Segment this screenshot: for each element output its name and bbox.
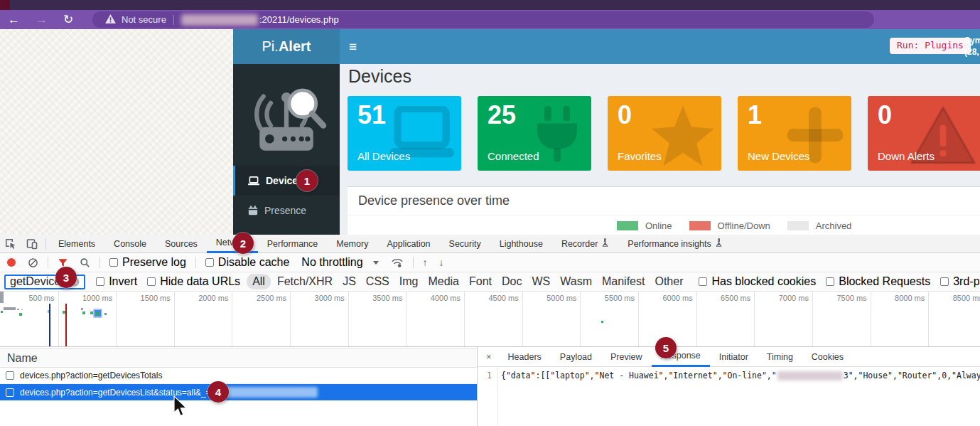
timeline-tick-label: 2500 ms	[257, 294, 290, 302]
hide-data-urls-checkbox[interactable]: Hide data URLs	[142, 275, 245, 288]
close-icon[interactable]: ×	[478, 351, 499, 362]
stat-card-connected[interactable]: 25Connected	[478, 96, 591, 171]
stat-value: 1	[748, 100, 762, 130]
filter-type-doc[interactable]: Doc	[497, 275, 527, 288]
checkbox[interactable]	[940, 277, 949, 286]
filter-type-js[interactable]: JS	[338, 275, 361, 288]
checkbox[interactable]	[147, 277, 156, 286]
stat-card-down-alerts[interactable]: 0Down Alerts	[868, 96, 980, 171]
checkbox[interactable]	[96, 277, 104, 286]
device-toolbar-icon[interactable]	[21, 238, 43, 250]
network-conditions-icon[interactable]	[386, 257, 409, 268]
back-icon[interactable]: ←	[0, 14, 28, 26]
app-brand[interactable]: Pi.Alert	[233, 29, 340, 64]
disable-cache-checkbox[interactable]: Disable cache	[200, 256, 295, 269]
devtools-tab-recorder[interactable]: Recorder	[552, 235, 618, 252]
stat-card-all-devices[interactable]: 51All Devices	[348, 96, 461, 171]
stat-card-favorites[interactable]: 0Favorites	[608, 96, 721, 171]
reload-icon[interactable]: ↻	[55, 14, 81, 26]
has-blocked-cookies-checkbox[interactable]: Has blocked cookies	[694, 275, 821, 288]
url-text: :20211/devices.php	[259, 14, 339, 25]
devtools-tab-memory[interactable]: Memory	[327, 235, 377, 252]
chart-legend: Online Offline/Down Archived	[617, 220, 851, 231]
timeline-gridline	[290, 292, 291, 347]
stat-value: 0	[618, 100, 632, 130]
checkbox[interactable]	[826, 277, 834, 286]
detail-tab-headers[interactable]: Headers	[499, 347, 551, 366]
devtools-tab-application[interactable]: Application	[377, 235, 439, 252]
detail-tab-payload[interactable]: Payload	[551, 347, 601, 366]
waterfall-mark	[4, 307, 16, 310]
clear-icon[interactable]	[23, 257, 43, 268]
filter-type-img[interactable]: Img	[394, 275, 424, 288]
sidebar-item-label: Presence	[264, 205, 306, 216]
filter-type-font[interactable]: Font	[464, 275, 497, 288]
filter-type-css[interactable]: CSS	[361, 275, 394, 288]
filter-funnel-icon[interactable]	[53, 257, 73, 268]
import-har-icon[interactable]: ↑	[418, 257, 433, 268]
timeline-gridline	[812, 292, 813, 347]
response-content-line[interactable]: 1 {"data":[["laptop","Net - Huawei","Int…	[478, 368, 980, 383]
checkbox[interactable]	[699, 277, 707, 286]
step-badge-1: 1	[296, 170, 318, 191]
waterfall-mark	[81, 308, 83, 310]
preserve-log-checkbox[interactable]: Preserve log	[104, 256, 191, 269]
timeline-tick-label: 3500 ms	[372, 294, 406, 302]
invert-checkbox[interactable]: Invert	[91, 275, 142, 288]
search-icon[interactable]	[75, 257, 95, 268]
sidebar-item-presence[interactable]: Presence	[233, 196, 340, 225]
filter-type-wasm[interactable]: Wasm	[555, 275, 597, 288]
sidebar-toggle-icon[interactable]: ≡	[349, 39, 357, 55]
timeline-gridline	[928, 292, 929, 347]
network-overview-timeline[interactable]: 500 ms1000 ms1500 ms2000 ms2500 ms3000 m…	[0, 292, 980, 347]
filter-type-fetch-xhr[interactable]: Fetch/XHR	[272, 275, 338, 288]
detail-tab-timing[interactable]: Timing	[758, 347, 802, 366]
detail-tab-preview[interactable]: Preview	[601, 347, 651, 366]
filter-type-ws[interactable]: WS	[527, 275, 555, 288]
response-text-pre: {"data":[["laptop","Net - Huawei","Inter…	[501, 371, 777, 380]
checkbox[interactable]	[6, 388, 14, 397]
timeline-event-line	[65, 304, 67, 347]
devtools-tab-elements[interactable]: Elements	[49, 235, 104, 252]
timeline-tick-label: 7500 ms	[836, 294, 870, 302]
address-bar[interactable]: Not secure :20211/devices.php	[92, 11, 874, 28]
forward-icon[interactable]: →	[28, 14, 55, 26]
request-row-selected[interactable]: devices.php?action=getDevicesList&status…	[0, 384, 477, 400]
export-har-icon[interactable]: ↓	[434, 257, 449, 268]
legend-archived-swatch	[787, 221, 809, 230]
checkbox[interactable]	[205, 258, 214, 267]
blocked-requests-checkbox[interactable]: Blocked Requests	[821, 275, 935, 288]
window-title-strip	[0, 0, 980, 10]
third-party-requests-checkbox[interactable]: 3rd-party requests	[935, 275, 980, 288]
window-corner-accent	[0, 0, 10, 10]
checkbox[interactable]	[6, 371, 14, 380]
devtools-tab-performance-insights[interactable]: Performance insights	[618, 235, 731, 252]
step-badge-3: 3	[55, 267, 77, 288]
record-icon[interactable]	[7, 258, 16, 267]
filter-type-manifest[interactable]: Manifest	[597, 275, 650, 288]
filter-type-media[interactable]: Media	[423, 275, 464, 288]
detail-tab-cookies[interactable]: Cookies	[802, 347, 853, 366]
filter-type-all[interactable]: All	[247, 274, 271, 289]
detail-tab-initiator[interactable]: Initiator	[710, 347, 758, 366]
legend-online-swatch	[617, 221, 638, 230]
waterfall-selected-request[interactable]	[93, 309, 102, 318]
sidebar-item-devices[interactable]: Devices	[233, 166, 340, 196]
filter-type-other[interactable]: Other	[650, 275, 688, 288]
checkbox[interactable]	[109, 258, 118, 267]
stat-card-new-devices[interactable]: 1New Devices	[738, 96, 851, 171]
devtools-tabbar: ElementsConsoleSourcesNetworkPerformance…	[0, 235, 980, 253]
invert-label: Invert	[109, 275, 137, 288]
devtools-tab-security[interactable]: Security	[440, 235, 490, 252]
devtools-tab-performance[interactable]: Performance	[258, 235, 328, 252]
requests-name-header[interactable]: Name	[0, 348, 477, 368]
request-row[interactable]: devices.php?action=getDevicesTotals	[0, 368, 477, 384]
address-divider	[173, 15, 174, 25]
devtools-tab-console[interactable]: Console	[104, 235, 156, 252]
throttling-select[interactable]: No throttling	[296, 256, 384, 269]
app-header	[340, 29, 980, 64]
devtools-tab-lighthouse[interactable]: Lighthouse	[490, 235, 552, 252]
run-plugins-button[interactable]: Run: Plugins	[890, 38, 971, 54]
inspect-element-icon[interactable]	[0, 238, 21, 250]
devtools-tab-sources[interactable]: Sources	[156, 235, 207, 252]
